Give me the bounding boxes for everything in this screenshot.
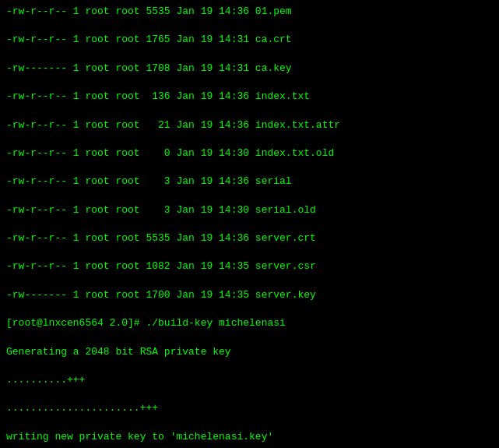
terminal-window[interactable]: -rw-r--r-- 1 root root 5535 Jan 19 14:36…: [0, 0, 499, 448]
terminal-line: writing new private key to 'michelenasi.…: [6, 430, 493, 444]
terminal-line: -rw-r--r-- 1 root root 136 Jan 19 14:36 …: [6, 90, 493, 104]
terminal-line: -rw-r--r-- 1 root root 1082 Jan 19 14:35…: [6, 259, 493, 273]
terminal-line: -rw------- 1 root root 1700 Jan 19 14:35…: [6, 288, 493, 302]
terminal-line: Generating a 2048 bit RSA private key: [6, 345, 493, 359]
terminal-line: -rw-r--r-- 1 root root 21 Jan 19 14:36 i…: [6, 118, 493, 132]
terminal-line: ......................+++: [6, 401, 493, 415]
terminal-line: -rw-r--r-- 1 root root 1765 Jan 19 14:31…: [6, 33, 493, 47]
terminal-line: -rw-r--r-- 1 root root 3 Jan 19 14:36 se…: [6, 175, 493, 189]
terminal-line: -rw------- 1 root root 1708 Jan 19 14:31…: [6, 62, 493, 76]
terminal-line: ..........+++: [6, 373, 493, 387]
terminal-line: -rw-r--r-- 1 root root 5535 Jan 19 14:36…: [6, 5, 493, 19]
terminal-line: -rw-r--r-- 1 root root 0 Jan 19 14:30 in…: [6, 146, 493, 161]
terminal-line: -rw-r--r-- 1 root root 5535 Jan 19 14:36…: [6, 231, 493, 245]
terminal-line: [root@lnxcen6564 2.0]# ./build-key miche…: [6, 316, 493, 330]
terminal-line: -rw-r--r-- 1 root root 3 Jan 19 14:30 se…: [6, 203, 493, 217]
